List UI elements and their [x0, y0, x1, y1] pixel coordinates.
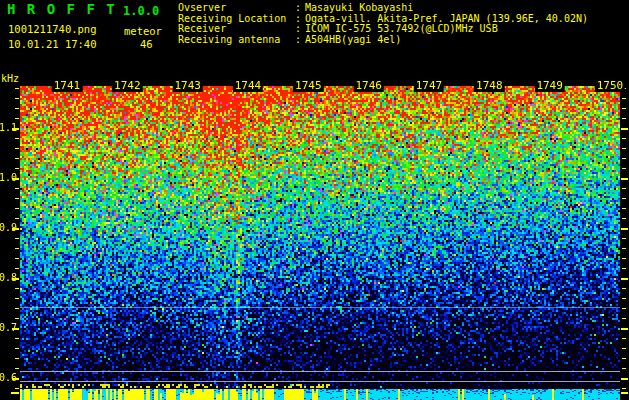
- station-info: Ovserver : Masayuki Kobayashi Receiving …: [178, 3, 588, 46]
- info-colon: :: [295, 35, 305, 46]
- time-tick-label: 1746: [353, 80, 384, 92]
- info-value: A504HB(yagi 4el): [305, 35, 401, 46]
- time-tick-label: 1747: [414, 80, 445, 92]
- time-tick-label: 1744: [233, 80, 264, 92]
- freq-tick-label: 0.6: [0, 372, 17, 383]
- capture-filename: 1001211740.png: [8, 23, 97, 35]
- time-tick-label: 1750: [595, 80, 626, 92]
- spectrogram-canvas: [0, 60, 629, 400]
- time-tick-label: 1745: [293, 80, 324, 92]
- info-row-antenna: Receiving antenna : A504HB(yagi 4el): [178, 35, 588, 46]
- time-tick-label: 1742: [112, 80, 143, 92]
- time-tick-label: 1741: [52, 80, 83, 92]
- observation-mode-label: meteor: [124, 25, 162, 37]
- time-tick-label: 1743: [172, 80, 203, 92]
- freq-tick-label: 0.9: [0, 222, 17, 233]
- app-version: 1.0.0: [123, 4, 159, 18]
- hrofft-screenshot: H R O F F T 1.0.0 1001211740.png meteor …: [0, 0, 629, 400]
- capture-datetime: 10.01.21 17:40: [8, 38, 97, 50]
- freq-tick-label: 0.7: [0, 322, 17, 333]
- info-label: Receiving antenna: [178, 35, 295, 46]
- freq-tick-label: 0.8: [0, 272, 17, 283]
- time-tick-label: 1749: [534, 80, 565, 92]
- time-tick-label: 1748: [474, 80, 505, 92]
- freq-tick-label: 1.1: [0, 122, 17, 133]
- app-title: H R O F F T: [7, 1, 116, 17]
- echo-count: 46: [140, 38, 153, 50]
- freq-tick-label: 1.0: [0, 172, 17, 183]
